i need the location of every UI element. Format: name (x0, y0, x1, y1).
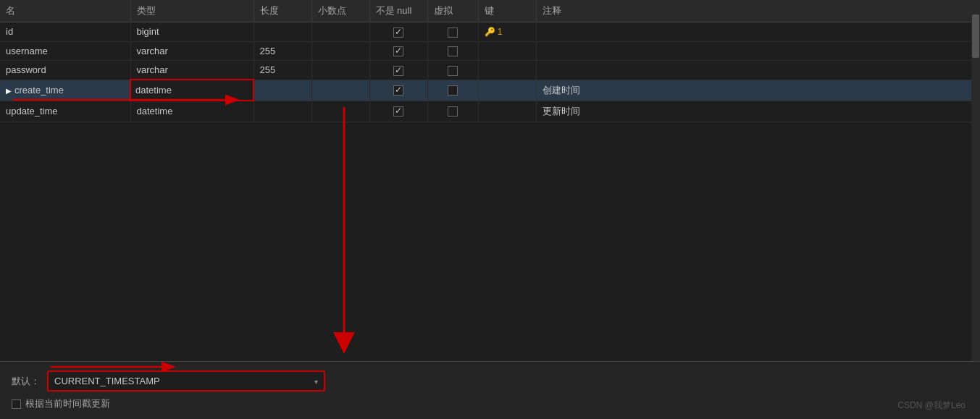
cell-decimal-2[interactable] (311, 61, 369, 80)
cell-name-4[interactable]: update_time (0, 101, 130, 122)
update-checkbox-row: 根据当前时间戳更新 (12, 397, 968, 410)
cell-decimal-1[interactable] (311, 41, 369, 61)
cell-length-0[interactable] (254, 22, 311, 42)
cell-decimal-3[interactable] (311, 80, 369, 101)
cell-virtual-4[interactable] (427, 101, 478, 122)
notnull-checkbox-1[interactable] (393, 46, 403, 56)
cell-decimal-0[interactable] (311, 22, 369, 42)
main-container: 名 类型 长度 小数点 不是 null 虚拟 键 注释 idbigint🔑 1u… (0, 0, 980, 419)
cell-length-1[interactable]: 255 (254, 41, 311, 61)
cell-comment-4[interactable]: 更新时间 (536, 101, 980, 122)
table-header-row: 名 类型 长度 小数点 不是 null 虚拟 键 注释 (0, 0, 980, 22)
default-select-wrapper: CURRENT_TIMESTAMP NULL ▾ (47, 371, 325, 392)
cell-notnull-2[interactable] (369, 61, 427, 80)
cell-type-4[interactable]: datetime (130, 101, 254, 122)
cell-name-3[interactable]: ▶create_time (0, 80, 130, 101)
col-header-notnull: 不是 null (369, 0, 427, 22)
notnull-checkbox-0[interactable] (393, 27, 403, 38)
notnull-checkbox-3[interactable] (393, 85, 403, 96)
cell-type-0[interactable]: bigint (130, 22, 254, 42)
cell-virtual-3[interactable] (427, 80, 478, 101)
key-icon: 🔑 1 (485, 27, 503, 37)
notnull-checkbox-4[interactable] (393, 106, 403, 117)
default-label: 默认： (12, 375, 40, 388)
default-select[interactable]: CURRENT_TIMESTAMP NULL (49, 372, 324, 390)
cell-notnull-3[interactable] (369, 80, 427, 101)
col-header-decimal: 小数点 (311, 0, 369, 22)
cell-key-4[interactable] (478, 101, 536, 122)
cell-comment-0[interactable] (536, 22, 980, 42)
virtual-checkbox-3[interactable] (448, 85, 458, 96)
col-header-virtual: 虚拟 (427, 0, 478, 22)
update-checkbox-label: 根据当前时间戳更新 (25, 397, 110, 410)
cell-virtual-2[interactable] (427, 61, 478, 80)
col-header-key: 键 (478, 0, 536, 22)
scrollbar-thumb[interactable] (972, 14, 979, 58)
cell-notnull-0[interactable] (369, 22, 427, 42)
cell-virtual-1[interactable] (427, 41, 478, 61)
virtual-checkbox-1[interactable] (448, 46, 458, 56)
cell-length-2[interactable]: 255 (254, 61, 311, 80)
col-header-name: 名 (0, 0, 130, 22)
bottom-panel: 默认： CURRENT_TIMESTAMP NULL ▾ 根据当前时间戳更新 (0, 361, 980, 419)
cell-key-0[interactable]: 🔑 1 (478, 22, 536, 42)
notnull-checkbox-2[interactable] (393, 66, 403, 76)
watermark: CSDN @我梦Leo (897, 399, 966, 412)
table-area: 名 类型 长度 小数点 不是 null 虚拟 键 注释 idbigint🔑 1u… (0, 0, 980, 361)
cell-virtual-0[interactable] (427, 22, 478, 42)
cell-comment-3[interactable]: 创建时间 (536, 80, 980, 101)
cell-key-2[interactable] (478, 61, 536, 80)
cell-name-2[interactable]: password (0, 61, 130, 80)
col-header-comment: 注释 (536, 0, 980, 22)
cell-decimal-4[interactable] (311, 101, 369, 122)
update-checkbox[interactable] (12, 399, 21, 409)
cell-comment-2[interactable] (536, 61, 980, 80)
cell-notnull-1[interactable] (369, 41, 427, 61)
cell-key-1[interactable] (478, 41, 536, 61)
cell-length-3[interactable] (254, 80, 311, 101)
cell-type-2[interactable]: varchar (130, 61, 254, 80)
col-header-type: 类型 (130, 0, 254, 22)
cell-name-1[interactable]: username (0, 41, 130, 61)
columns-table: 名 类型 长度 小数点 不是 null 虚拟 键 注释 idbigint🔑 1u… (0, 0, 980, 122)
cell-type-3[interactable]: datetime (130, 80, 254, 101)
virtual-checkbox-2[interactable] (448, 66, 458, 76)
virtual-checkbox-4[interactable] (448, 106, 458, 117)
cell-type-1[interactable]: varchar (130, 41, 254, 61)
cell-comment-1[interactable] (536, 41, 980, 61)
cell-key-3[interactable] (478, 80, 536, 101)
cell-name-0[interactable]: id (0, 22, 130, 42)
virtual-checkbox-0[interactable] (448, 27, 458, 38)
default-row: 默认： CURRENT_TIMESTAMP NULL ▾ (12, 371, 968, 392)
scrollbar[interactable] (971, 0, 980, 361)
cell-length-4[interactable] (254, 101, 311, 122)
col-header-length: 长度 (254, 0, 311, 22)
cell-notnull-4[interactable] (369, 101, 427, 122)
